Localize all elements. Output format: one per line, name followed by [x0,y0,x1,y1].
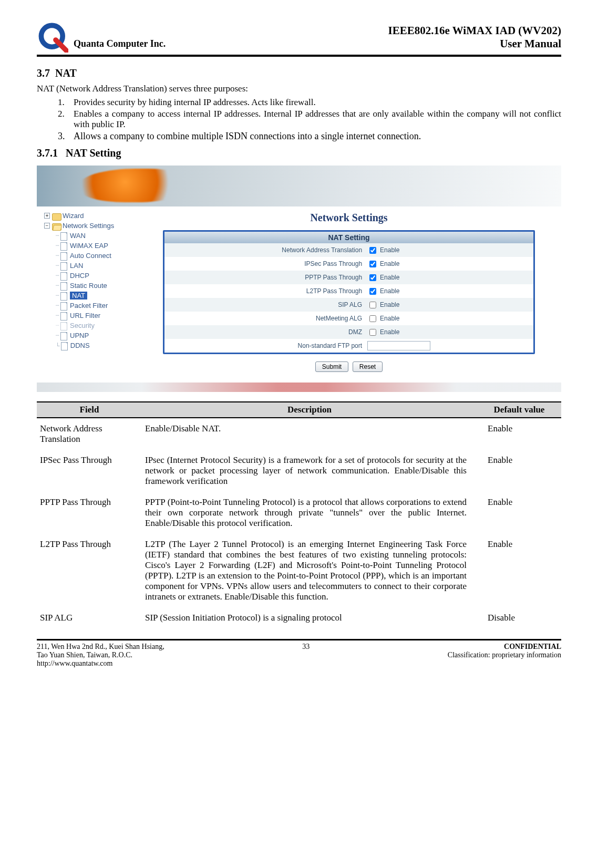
cell-default: Enable [477,534,561,607]
table-row: SIP ALGSIP (Session Initiation Protocol)… [37,607,561,628]
enable-text: Enable [380,274,399,281]
nat-row-label: SIP ALG [164,301,367,308]
section-number: 3.7 [37,67,50,79]
col-default: Default value [477,402,561,418]
tree-leaf-nat[interactable]: ┈NAT [41,291,156,301]
cell-field: SIP ALG [37,607,142,628]
file-icon [59,322,68,329]
submit-button[interactable]: Submit [315,361,348,372]
enable-checkbox[interactable] [369,274,376,281]
tree-label: Wizard [63,212,84,220]
tree-leaf-lan[interactable]: ┈LAN [41,261,156,271]
nat-row-label: L2TP Pass Through [164,287,367,295]
tree-node-network-settings[interactable]: − Network Settings [41,221,156,231]
section-heading: 3.7 NAT [37,67,561,79]
footer-address-1: 211, Wen Hwa 2nd Rd., Kuei Shan Hsiang, [37,643,164,651]
tree-leaf-packet-filter[interactable]: ┈Packet Filter [41,301,156,311]
tree-leaf-static-route[interactable]: ┈Static Route [41,281,156,291]
file-icon [59,332,68,339]
folder-open-icon [52,222,60,230]
decorative-bar [37,383,561,392]
collapse-icon[interactable]: − [44,223,50,229]
file-icon [59,242,68,250]
cell-default: Disable [477,607,561,628]
tree-leaf-wimax-eap[interactable]: ┈WiMAX EAP [41,241,156,251]
doc-subtitle: User Manual [388,37,561,50]
nat-row: IPSec Pass ThroughEnable [164,257,533,271]
enable-text: Enable [380,260,399,267]
company-name: Quanta Computer Inc. [74,38,166,53]
company-logo-icon [37,21,68,53]
tree-leaf-wan[interactable]: ┈WAN [41,231,156,241]
file-icon [59,282,68,290]
nat-row-label: Network Address Translation [164,246,367,254]
cell-field: PPTP Pass Through [37,492,142,534]
page-header: Quanta Computer Inc. IEEE802.16e WiMAX I… [37,21,561,57]
file-icon [59,272,68,280]
table-row: L2TP Pass ThroughL2TP (The Layer 2 Tunne… [37,534,561,607]
nat-row-label: IPSec Pass Through [164,260,367,267]
enable-checkbox[interactable] [369,261,376,267]
reset-button[interactable]: Reset [353,361,383,372]
table-row: Network AddressTranslationEnable/Disable… [37,418,561,450]
cell-default: Enable [477,492,561,534]
cell-default: Enable [477,450,561,492]
subsection-heading: 3.7.1 NAT Setting [37,147,561,159]
file-icon [59,252,68,260]
nat-row: Network Address TranslationEnable [164,243,533,257]
cell-description: SIP (Session Initiation Protocol) is a s… [142,607,477,628]
enable-text: Enable [380,315,399,322]
expand-icon[interactable]: + [44,213,50,219]
footer-url: http://www.quantatw.com [37,659,164,668]
file-icon [59,292,68,299]
banner [37,166,561,206]
doc-title: IEEE802.16e WiMAX IAD (WV202) [388,24,561,37]
enable-text: Enable [380,287,399,295]
section-intro: NAT (Network Address Translation) serves… [37,84,561,94]
field-description-table: Field Description Default value Network … [37,401,561,628]
cell-field: IPSec Pass Through [37,450,142,492]
enable-checkbox[interactable] [369,315,376,322]
enable-checkbox[interactable] [369,247,376,254]
table-row: PPTP Pass ThroughPPTP (Point-to-Point Tu… [37,492,561,534]
nat-row: DMZEnable [164,325,533,339]
tree-leaf-dhcp[interactable]: ┈DHCP [41,271,156,281]
list-item: Provides security by hiding internal IP … [74,97,561,108]
folder-icon [52,212,60,220]
tree-leaf-auto-connect[interactable]: ┈Auto Connect [41,251,156,261]
brand-logo-icon [79,169,194,202]
nat-row: SIP ALGEnable [164,298,533,312]
page-footer: 211, Wen Hwa 2nd Rd., Kuei Shan Hsiang, … [37,639,561,668]
footer-address-2: Tao Yuan Shien, Taiwan, R.O.C. [37,651,164,659]
nat-box-title: NAT Setting [164,232,533,243]
file-icon [59,302,68,309]
page-number: 33 [164,643,448,668]
nat-row-label: DMZ [164,328,367,336]
tree-leaf-upnp[interactable]: ┈UPNP [41,330,156,340]
list-item: Enables a company to access internal IP … [74,109,561,130]
nat-row: L2TP Pass ThroughEnable [164,284,533,298]
tree-leaf-ddns[interactable]: └DDNS [41,340,156,350]
tree-node-wizard[interactable]: + Wizard [41,211,156,221]
nav-tree: + Wizard − Network Settings ┈WAN ┈WiMAX … [37,206,158,379]
enable-checkbox[interactable] [369,288,376,295]
file-icon [59,232,68,240]
enable-checkbox[interactable] [369,302,376,308]
subsection-title: NAT Setting [66,147,121,159]
nat-row-label: PPTP Pass Through [164,274,367,281]
nat-row: NetMeeting ALGEnable [164,312,533,325]
subsection-number: 3.7.1 [37,147,58,159]
cell-field: L2TP Pass Through [37,534,142,607]
tree-leaf-url-filter[interactable]: ┈URL Filter [41,311,156,321]
cell-description: L2TP (The Layer 2 Tunnel Protocol) is an… [142,534,477,607]
col-field: Field [37,402,142,418]
enable-text: Enable [380,328,399,336]
ftp-port-label: Non-standard FTP port [164,342,367,349]
enable-checkbox[interactable] [369,329,376,336]
enable-text: Enable [380,246,399,254]
cell-field: Network AddressTranslation [37,418,142,450]
tree-leaf-security[interactable]: ┈Security [41,321,156,330]
ftp-port-input[interactable] [367,341,430,350]
nat-setting-box: NAT Setting Network Address TranslationE… [163,230,535,354]
section-title: NAT [55,67,77,79]
